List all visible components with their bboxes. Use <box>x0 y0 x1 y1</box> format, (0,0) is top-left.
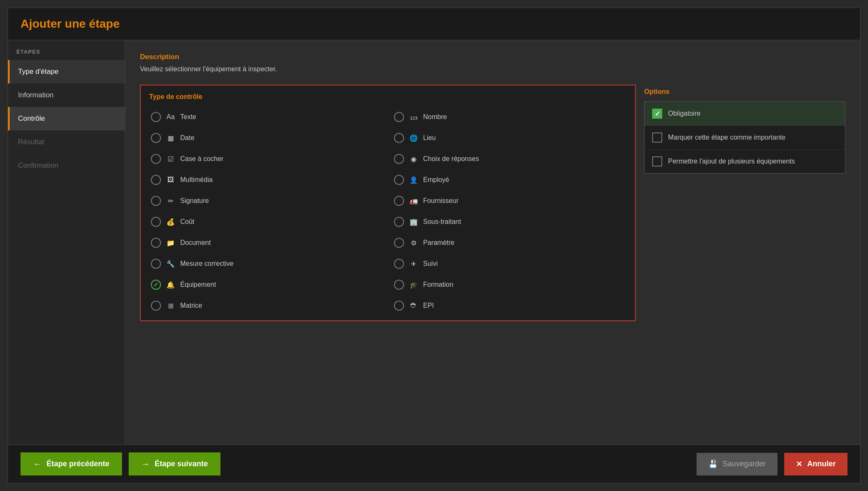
cout-label: Coût <box>180 218 194 226</box>
control-item-lieu[interactable]: 🌐 Lieu <box>388 127 631 148</box>
formation-label: Formation <box>423 281 453 288</box>
case-cocher-icon: ☑ <box>166 155 175 163</box>
radio-parametre[interactable] <box>394 238 404 248</box>
nombre-icon: ₁₂₃ <box>409 113 418 121</box>
lieu-label: Lieu <box>423 134 436 142</box>
radio-mesure-corrective[interactable] <box>151 259 161 269</box>
radio-epi[interactable] <box>394 301 404 311</box>
signature-label: Signature <box>180 197 209 205</box>
lieu-icon: 🌐 <box>409 134 418 142</box>
option-marquer-importante-label: Marquer cette étape comme importante <box>668 134 785 141</box>
checkbox-obligatoire[interactable] <box>652 109 662 119</box>
save-button[interactable]: 💾 Sauvegarder <box>697 453 777 475</box>
control-item-cout[interactable]: 💰 Coût <box>145 211 388 232</box>
mesure-corrective-label: Mesure corrective <box>180 260 233 268</box>
modal-container: Ajouter une étape ÉTAPES Type d'étape In… <box>8 8 860 483</box>
control-item-employe[interactable]: 👤 Employé <box>388 169 631 190</box>
radio-formation[interactable] <box>394 280 404 290</box>
sidebar-item-information[interactable]: Information <box>8 83 125 107</box>
save-label: Sauvegarder <box>723 460 766 468</box>
control-item-suivi[interactable]: ✈ Suivi <box>388 253 631 274</box>
radio-date[interactable] <box>151 133 161 143</box>
fournisseur-icon: 🚛 <box>409 197 418 205</box>
radio-texte[interactable] <box>151 112 161 122</box>
control-item-signature[interactable]: ✏ Signature <box>145 190 388 211</box>
radio-nombre[interactable] <box>394 112 404 122</box>
date-label: Date <box>180 134 194 142</box>
signature-icon: ✏ <box>166 197 175 205</box>
control-item-sous-traitant[interactable]: 🏢 Sous-traitant <box>388 211 631 232</box>
equipement-icon: 🔔 <box>166 281 175 289</box>
radio-employe[interactable] <box>394 175 404 185</box>
footer-left: ← Étape précédente → Étape suivante <box>21 452 220 475</box>
sidebar-item-confirmation[interactable]: Confirmation <box>8 154 125 177</box>
main-content: Description Veuillez sélectionner l'équi… <box>125 40 860 444</box>
nombre-label: Nombre <box>423 113 447 121</box>
control-item-mesure-corrective[interactable]: 🔧 Mesure corrective <box>145 253 388 274</box>
control-item-epi[interactable]: ⛑ EPI <box>388 295 631 316</box>
parametre-label: Paramètre <box>423 239 455 247</box>
control-item-equipement[interactable]: 🔔 Équipement <box>145 274 388 295</box>
cancel-label: Annuler <box>807 460 836 468</box>
epi-label: EPI <box>423 302 434 309</box>
radio-matrice[interactable] <box>151 301 161 311</box>
suivi-icon: ✈ <box>409 260 418 268</box>
control-item-document[interactable]: 📁 Document <box>145 232 388 253</box>
radio-fournisseur[interactable] <box>394 196 404 206</box>
option-permettre-plusieurs[interactable]: Permettre l'ajout de plusieurs équipemen… <box>645 150 845 173</box>
checkbox-marquer-importante[interactable] <box>652 132 662 143</box>
next-arrow-icon: → <box>141 459 150 469</box>
case-cocher-label: Case à cocher <box>180 155 223 163</box>
sidebar-item-type-etape[interactable]: Type d'étape <box>8 60 125 83</box>
choix-reponses-icon: ◉ <box>409 155 418 163</box>
radio-lieu[interactable] <box>394 133 404 143</box>
next-button[interactable]: → Étape suivante <box>129 452 220 475</box>
cancel-icon: ✕ <box>796 460 802 469</box>
control-item-formation[interactable]: 🎓 Formation <box>388 274 631 295</box>
radio-signature[interactable] <box>151 196 161 206</box>
type-controle-label: Type de contrôle <box>145 90 631 107</box>
description-label: Description <box>140 53 845 61</box>
modal-footer: ← Étape précédente → Étape suivante 💾 Sa… <box>8 444 860 483</box>
control-options-row: Type de contrôle Aa Texte ₁₂₃ Nombre <box>140 85 845 321</box>
control-item-multimedia[interactable]: 🖼 Multimédia <box>145 169 388 190</box>
radio-sous-traitant[interactable] <box>394 217 404 227</box>
control-item-nombre[interactable]: ₁₂₃ Nombre <box>388 107 631 127</box>
sidebar-item-controle[interactable]: Contrôle <box>8 107 125 130</box>
radio-case-cocher[interactable] <box>151 154 161 164</box>
document-icon: 📁 <box>166 239 175 247</box>
sidebar-item-resultat[interactable]: Résultat <box>8 130 125 154</box>
radio-suivi[interactable] <box>394 259 404 269</box>
checkbox-permettre-plusieurs[interactable] <box>652 156 662 166</box>
prev-button[interactable]: ← Étape précédente <box>21 452 122 475</box>
radio-equipement[interactable] <box>151 280 161 290</box>
options-box: Options Obligatoire Marquer cette étape … <box>644 85 845 321</box>
radio-cout[interactable] <box>151 217 161 227</box>
type-controle-box: Type de contrôle Aa Texte ₁₂₃ Nombre <box>140 85 636 321</box>
texte-label: Texte <box>180 113 196 121</box>
cout-icon: 💰 <box>166 218 175 226</box>
radio-document[interactable] <box>151 238 161 248</box>
document-label: Document <box>180 239 211 247</box>
control-grid: Aa Texte ₁₂₃ Nombre ▦ Date <box>145 107 631 316</box>
radio-multimedia[interactable] <box>151 175 161 185</box>
radio-choix-reponses[interactable] <box>394 154 404 164</box>
description-text: Veuillez sélectionner l'équipement à ins… <box>140 65 845 73</box>
option-obligatoire[interactable]: Obligatoire <box>645 102 845 126</box>
option-obligatoire-label: Obligatoire <box>668 110 700 117</box>
control-item-parametre[interactable]: ⚙ Paramètre <box>388 232 631 253</box>
sous-traitant-icon: 🏢 <box>409 218 418 226</box>
control-item-matrice[interactable]: ⊞ Matrice <box>145 295 388 316</box>
mesure-corrective-icon: 🔧 <box>166 260 175 268</box>
equipement-label: Équipement <box>180 281 216 288</box>
control-item-fournisseur[interactable]: 🚛 Fournisseur <box>388 190 631 211</box>
control-item-choix-reponses[interactable]: ◉ Choix de réponses <box>388 148 631 169</box>
cancel-button[interactable]: ✕ Annuler <box>784 453 847 475</box>
option-marquer-importante[interactable]: Marquer cette étape comme importante <box>645 126 845 150</box>
multimedia-label: Multimédia <box>180 176 212 184</box>
control-item-date[interactable]: ▦ Date <box>145 127 388 148</box>
texte-icon: Aa <box>166 113 175 121</box>
control-item-case-cocher[interactable]: ☑ Case à cocher <box>145 148 388 169</box>
employe-label: Employé <box>423 176 449 184</box>
control-item-texte[interactable]: Aa Texte <box>145 107 388 127</box>
